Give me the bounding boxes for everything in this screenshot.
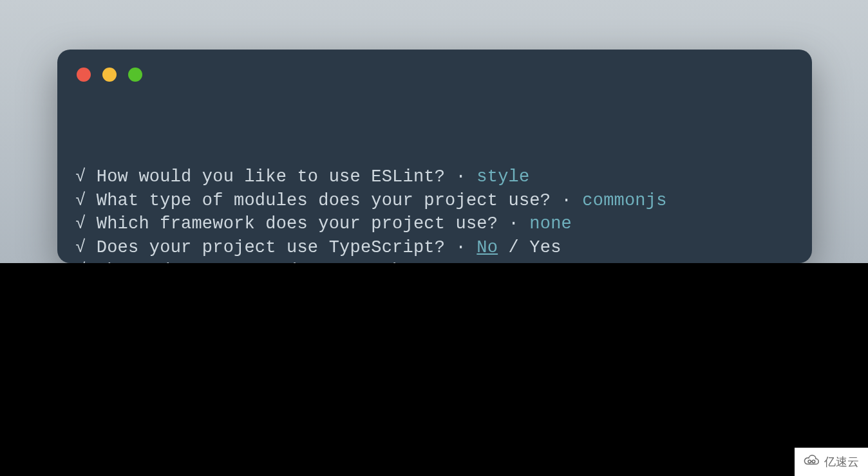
lower-black-region [0, 263, 868, 476]
separator: · [551, 191, 582, 210]
answer-text: style [476, 167, 529, 187]
question-text: What type of modules does your project u… [97, 191, 551, 210]
answer-text: No [476, 238, 498, 257]
prompt-line: √ Which framework does your project use?… [75, 212, 794, 236]
answer-text: commonjs [582, 191, 666, 210]
terminal-window: √ How would you like to use ESLint? · st… [57, 50, 812, 263]
window-traffic-lights [77, 68, 142, 82]
check-icon: √ [75, 214, 86, 233]
check-icon: √ [75, 191, 86, 210]
separator: · [498, 214, 529, 233]
check-icon: √ [75, 167, 86, 187]
svg-point-1 [812, 460, 815, 462]
cloud-icon [802, 453, 820, 471]
prompt-line: √ How would you like to use ESLint? · st… [75, 165, 794, 189]
maximize-icon[interactable] [128, 68, 142, 82]
terminal-output: √ How would you like to use ESLint? · st… [75, 165, 794, 263]
minimize-icon[interactable] [102, 68, 117, 82]
separator: · [445, 167, 476, 187]
watermark-badge: 亿速云 [795, 448, 868, 476]
prompt-line: √ What type of modules does your project… [75, 189, 794, 213]
svg-point-0 [808, 460, 811, 462]
separator: · [445, 238, 476, 257]
watermark-text: 亿速云 [824, 454, 859, 470]
answer-text: none [529, 214, 572, 233]
question-text: Which framework does your project use? [97, 214, 498, 233]
check-icon: √ [75, 238, 86, 257]
close-icon[interactable] [77, 68, 91, 82]
answer-suffix: / Yes [498, 238, 561, 257]
prompt-line: √ Does your project use TypeScript? · No… [75, 236, 794, 260]
question-text: Does your project use TypeScript? [97, 238, 445, 257]
question-text: How would you like to use ESLint? [97, 167, 445, 187]
